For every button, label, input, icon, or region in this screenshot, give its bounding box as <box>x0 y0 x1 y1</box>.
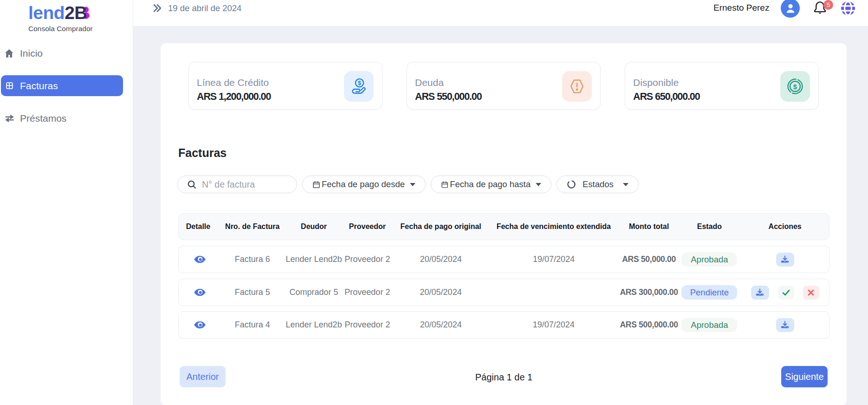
svg-text:$: $ <box>358 80 361 86</box>
svg-text:$: $ <box>793 83 797 91</box>
